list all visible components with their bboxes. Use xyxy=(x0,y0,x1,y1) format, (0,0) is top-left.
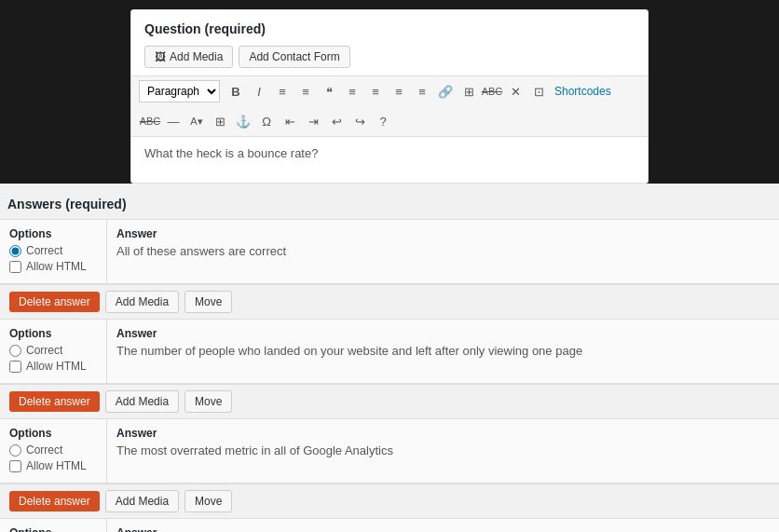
add-media-button-1[interactable]: Add Media xyxy=(105,291,179,313)
answer-block-4: Options Correct Allow HTML Answer A metr… xyxy=(0,518,779,532)
options-col-header-2: Options xyxy=(9,327,97,340)
paragraph-select[interactable]: Paragraph xyxy=(139,80,220,102)
redo-button[interactable]: ↪ xyxy=(348,110,371,132)
delete-answer-button-3[interactable]: Delete answer xyxy=(9,491,100,512)
more-button[interactable]: ✕ xyxy=(504,80,526,102)
color-button[interactable]: A▾ xyxy=(185,110,208,132)
indent-button[interactable]: ⇥ xyxy=(302,110,324,132)
undo-button[interactable]: ↩ xyxy=(325,110,348,132)
align-center-button[interactable]: ≡ xyxy=(364,80,387,102)
allow-html-label-3: Allow HTML xyxy=(26,459,87,472)
answer-col-header-4: Answer xyxy=(116,526,770,532)
answer-block-3: Options Correct Allow HTML Answer The mo… xyxy=(0,418,779,518)
editor-content[interactable]: What the heck is a bounce rate? xyxy=(131,136,648,183)
align-left-button[interactable]: ≡ xyxy=(341,80,363,102)
anchor-button[interactable]: ⚓ xyxy=(232,110,254,132)
bold-button[interactable]: B xyxy=(225,80,247,102)
move-button-1[interactable]: Move xyxy=(184,291,232,313)
table-button[interactable]: ⊞ xyxy=(458,80,480,102)
special-char-button[interactable]: Ω xyxy=(255,110,278,132)
abc-button[interactable]: ABC xyxy=(139,110,161,132)
options-col-header: Options xyxy=(9,227,97,240)
answer-col-header-2: Answer xyxy=(116,327,770,340)
allow-html-checkbox-2[interactable] xyxy=(9,361,21,373)
correct-label-2: Correct xyxy=(26,344,62,357)
answer-text-3: The most overrated metric in all of Goog… xyxy=(116,443,770,457)
options-col-header-4: Options xyxy=(9,526,97,532)
hr-button[interactable]: — xyxy=(162,110,184,132)
correct-radio-2[interactable] xyxy=(9,345,21,357)
answer-text-1: All of these answers are correct xyxy=(116,244,770,258)
answers-title: Answers (required) xyxy=(0,193,779,219)
correct-label-1: Correct xyxy=(26,244,62,257)
move-button-3[interactable]: Move xyxy=(184,490,232,512)
allow-html-label-2: Allow HTML xyxy=(26,360,87,373)
answer-col-header-3: Answer xyxy=(116,427,770,440)
question-title: Question (required) xyxy=(131,10,648,46)
paste-button[interactable]: ⊞ xyxy=(209,110,231,132)
ol-button[interactable]: ≡ xyxy=(294,80,317,102)
allow-html-label-1: Allow HTML xyxy=(26,260,87,273)
justify-button[interactable]: ≡ xyxy=(411,80,433,102)
strikethrough-button[interactable]: ABC xyxy=(481,80,503,102)
add-media-button-3[interactable]: Add Media xyxy=(105,490,179,512)
answer-block-1: Options Correct Allow HTML Answer All of… xyxy=(0,219,779,319)
correct-radio-1[interactable] xyxy=(9,245,21,257)
link-button[interactable]: 🔗 xyxy=(434,80,457,102)
correct-radio-3[interactable] xyxy=(9,444,21,457)
add-media-button[interactable]: 🖼 Add Media xyxy=(144,46,233,68)
italic-button[interactable]: I xyxy=(248,80,270,102)
answer-block-2: Options Correct Allow HTML Answer The nu… xyxy=(0,319,779,418)
image-icon: 🖼 xyxy=(155,50,166,63)
correct-label-3: Correct xyxy=(26,443,62,457)
delete-answer-button-1[interactable]: Delete answer xyxy=(9,292,100,312)
allow-html-checkbox-3[interactable] xyxy=(9,460,21,472)
move-button-2[interactable]: Move xyxy=(184,390,232,413)
delete-answer-button-2[interactable]: Delete answer xyxy=(9,391,100,412)
shortcodes-button[interactable]: Shortcodes xyxy=(551,85,615,98)
allow-html-checkbox-1[interactable] xyxy=(9,261,21,273)
outdent-button[interactable]: ⇤ xyxy=(279,110,301,132)
answer-text-2: The number of people who landed on your … xyxy=(116,344,770,358)
add-media-button-2[interactable]: Add Media xyxy=(105,390,179,413)
add-contact-form-button[interactable]: Add Contact Form xyxy=(239,46,349,68)
answer-col-header-1: Answer xyxy=(116,227,770,240)
ul-button[interactable]: ≡ xyxy=(271,80,294,102)
align-right-button[interactable]: ≡ xyxy=(388,80,410,102)
fullscreen-button[interactable]: ⊡ xyxy=(527,80,550,102)
blockquote-button[interactable]: ❝ xyxy=(318,80,340,102)
options-col-header-3: Options xyxy=(9,427,97,440)
help-button[interactable]: ? xyxy=(372,110,394,132)
